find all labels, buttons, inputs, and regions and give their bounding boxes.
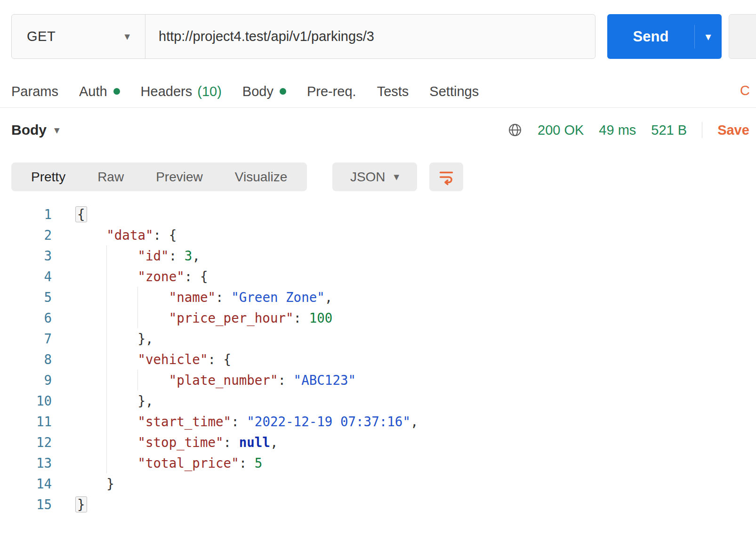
- code-line: 8 "vehicle": {: [0, 349, 756, 370]
- line-content: "id": 3,: [52, 245, 200, 266]
- response-size: 521 B: [651, 122, 687, 138]
- code-line: 1{: [0, 204, 756, 225]
- response-body-label: Body: [11, 122, 47, 138]
- line-content: {: [52, 204, 87, 225]
- view-tab-preview[interactable]: Preview: [140, 162, 219, 191]
- tab-auth[interactable]: Auth: [79, 84, 120, 99]
- line-content: "price_per_hour": 100: [52, 308, 332, 328]
- code-line: 9 "plate_number": "ABC123": [0, 370, 756, 390]
- line-number: 12: [0, 432, 52, 453]
- url-input[interactable]: http://project4.test/api/v1/parkings/3: [145, 15, 595, 58]
- response-status: 200 OK: [538, 122, 584, 138]
- method-label: GET: [27, 29, 56, 44]
- send-options-chevron-icon[interactable]: [694, 25, 722, 49]
- indent-guide: [106, 245, 107, 473]
- code-line: 14 }: [0, 473, 756, 494]
- tab-settings[interactable]: Settings: [429, 84, 479, 99]
- line-number: 4: [0, 266, 52, 287]
- code-line: 7 },: [0, 328, 756, 349]
- code-line: 13 "total_price": 5: [0, 453, 756, 473]
- meta-divider: [702, 122, 702, 138]
- request-tabs: Params Auth Headers (10) Body Pre-req. T…: [11, 79, 756, 104]
- code-line: 4 "zone": {: [0, 266, 756, 287]
- line-number: 10: [0, 390, 52, 411]
- view-tab-pretty[interactable]: Pretty: [15, 162, 81, 191]
- body-status-dot-icon: [280, 88, 286, 95]
- line-content: },: [52, 328, 153, 349]
- auth-status-dot-icon: [113, 88, 120, 95]
- line-content: }: [52, 494, 87, 515]
- chevron-down-icon: [124, 31, 130, 42]
- partial-edge-button[interactable]: [729, 14, 756, 59]
- line-number: 2: [0, 225, 52, 245]
- response-body-selector[interactable]: Body: [11, 119, 60, 141]
- indent-guide: [137, 370, 138, 390]
- response-time: 49 ms: [599, 122, 636, 138]
- view-tab-visualize[interactable]: Visualize: [219, 162, 304, 191]
- line-number: 13: [0, 453, 52, 473]
- tab-body-label: Body: [242, 84, 273, 99]
- tab-params[interactable]: Params: [11, 84, 58, 99]
- code-line: 11 "start_time": "2022-12-19 07:37:16",: [0, 411, 756, 432]
- chevron-down-icon: [394, 171, 400, 182]
- tab-params-label: Params: [11, 84, 58, 99]
- send-button[interactable]: Send: [607, 14, 722, 59]
- code-line: 2 "data": {: [0, 225, 756, 245]
- code-line: 12 "stop_time": null,: [0, 432, 756, 453]
- url-text: http://project4.test/api/v1/parkings/3: [159, 29, 374, 44]
- code-lines: 1{2 "data": {3 "id": 3,4 "zone": {5 "nam…: [0, 204, 756, 515]
- response-body-code[interactable]: 1{2 "data": {3 "id": 3,4 "zone": {5 "nam…: [0, 204, 756, 552]
- tab-prereq[interactable]: Pre-req.: [307, 84, 356, 99]
- tab-tests[interactable]: Tests: [377, 84, 409, 99]
- line-content: "vehicle": {: [52, 349, 231, 370]
- line-number: 15: [0, 494, 52, 515]
- tab-prereq-label: Pre-req.: [307, 84, 356, 99]
- line-number: 1: [0, 204, 52, 225]
- line-content: "plate_number": "ABC123": [52, 370, 356, 390]
- line-number: 5: [0, 287, 52, 308]
- indent-guide: [137, 287, 138, 328]
- line-content: }: [52, 473, 114, 494]
- code-line: 10 },: [0, 390, 756, 411]
- line-number: 6: [0, 308, 52, 328]
- line-content: "total_price": 5: [52, 453, 262, 473]
- send-label: Send: [607, 28, 694, 45]
- response-view-tabs: Pretty Raw Preview Visualize: [11, 162, 307, 191]
- tab-headers[interactable]: Headers (10): [141, 84, 222, 99]
- code-line: 15}: [0, 494, 756, 515]
- code-line: 3 "id": 3,: [0, 245, 756, 266]
- line-number: 3: [0, 245, 52, 266]
- chevron-down-icon: [54, 125, 60, 136]
- line-number: 9: [0, 370, 52, 390]
- wrap-text-icon: [437, 169, 455, 186]
- line-content: "stop_time": null,: [52, 432, 278, 453]
- request-url-bar: GET http://project4.test/api/v1/parkings…: [11, 14, 595, 59]
- globe-icon[interactable]: [507, 122, 523, 138]
- tab-body[interactable]: Body: [242, 84, 286, 99]
- code-line: 6 "price_per_hour": 100: [0, 308, 756, 328]
- method-select[interactable]: GET: [12, 15, 145, 58]
- save-response-link[interactable]: Save: [717, 122, 749, 138]
- tab-headers-label: Headers: [141, 84, 193, 99]
- tab-auth-label: Auth: [79, 84, 107, 99]
- line-number: 11: [0, 411, 52, 432]
- line-number: 8: [0, 349, 52, 370]
- tab-tests-label: Tests: [377, 84, 409, 99]
- line-content: },: [52, 390, 153, 411]
- line-content: "zone": {: [52, 266, 208, 287]
- code-line: 5 "name": "Green Zone",: [0, 287, 756, 308]
- format-select[interactable]: JSON: [332, 162, 417, 191]
- response-meta: 200 OK 49 ms 521 B Save: [507, 118, 749, 142]
- wrap-text-button[interactable]: [429, 162, 463, 191]
- line-content: "data": {: [52, 225, 177, 245]
- line-number: 7: [0, 328, 52, 349]
- cookies-link-partial[interactable]: C: [740, 83, 750, 98]
- tabs-divider: [0, 107, 756, 108]
- line-number: 14: [0, 473, 52, 494]
- headers-count-badge: (10): [197, 84, 222, 99]
- tab-settings-label: Settings: [429, 84, 479, 99]
- format-label: JSON: [350, 170, 386, 185]
- view-tab-raw[interactable]: Raw: [81, 162, 140, 191]
- line-content: "name": "Green Zone",: [52, 287, 332, 308]
